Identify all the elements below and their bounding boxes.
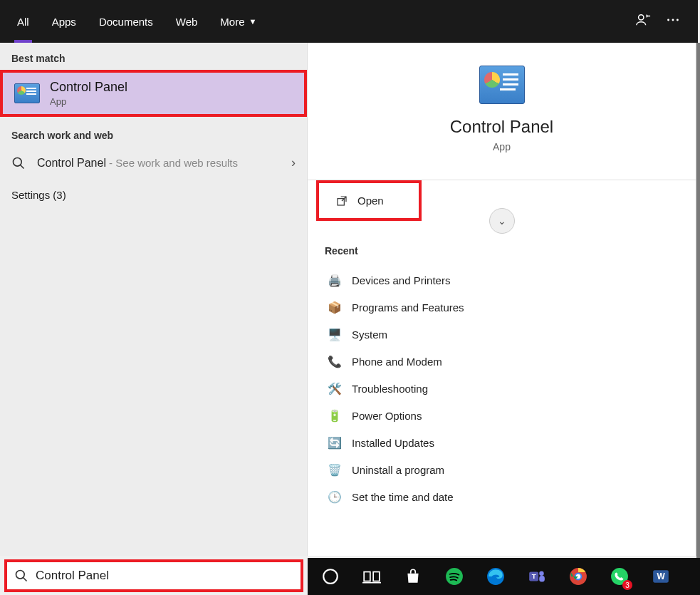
expand-actions-button[interactable]: ⌄: [489, 208, 515, 234]
tab-more-label: More: [220, 16, 244, 28]
recent-section: Recent 🖨️Devices and Printers 📦Programs …: [308, 221, 696, 510]
svg-point-0: [639, 14, 644, 19]
chevron-down-icon: ▼: [249, 17, 257, 26]
task-view-icon[interactable]: [355, 562, 389, 591]
preview-title: Control Panel: [308, 117, 696, 137]
tab-apps[interactable]: Apps: [41, 0, 88, 43]
open-icon: [336, 195, 348, 207]
recent-item-set-time-date[interactable]: 🕒Set the time and date: [325, 483, 679, 510]
preview-pane: Control Panel App Open ⌄ Recent 🖨️Device…: [307, 43, 696, 556]
svg-point-7: [16, 571, 25, 579]
search-icon: [14, 569, 28, 583]
svg-line-5: [21, 165, 24, 168]
recent-item-label: Troubleshooting: [352, 383, 428, 395]
recent-item-label: Set the time and date: [352, 491, 454, 503]
svg-text:W: W: [657, 571, 665, 581]
clock-icon: 🕒: [328, 490, 342, 504]
open-label: Open: [357, 195, 384, 207]
edge-icon[interactable]: [479, 562, 513, 591]
recent-item-label: Power Options: [352, 410, 422, 422]
spotify-icon[interactable]: [437, 562, 471, 591]
battery-icon: 🔋: [328, 408, 342, 423]
best-match-label: Best match: [0, 43, 307, 70]
printer-icon: 🖨️: [328, 273, 342, 287]
recent-item-devices-printers[interactable]: 🖨️Devices and Printers: [325, 267, 679, 294]
recent-item-label: Phone and Modem: [352, 356, 442, 368]
svg-point-1: [667, 19, 669, 21]
recent-item-label: Devices and Printers: [352, 274, 450, 286]
best-match-result[interactable]: Control Panel App: [0, 70, 307, 117]
word-icon[interactable]: W: [644, 562, 678, 591]
search-tabs-bar: All Apps Documents Web More ▼: [0, 0, 698, 43]
recent-item-installed-updates[interactable]: 🔄Installed Updates: [325, 429, 679, 456]
store-icon[interactable]: [396, 562, 430, 591]
tab-all[interactable]: All: [6, 0, 41, 43]
web-result-row[interactable]: Control Panel - See work and web results…: [0, 147, 307, 179]
tab-web[interactable]: Web: [164, 0, 209, 43]
svg-rect-10: [364, 572, 370, 581]
recent-item-programs-features[interactable]: 📦Programs and Features: [325, 294, 679, 321]
best-match-text: Control Panel App: [50, 80, 127, 107]
work-web-label: Search work and web: [0, 120, 307, 147]
recent-item-label: Uninstall a program: [352, 464, 444, 476]
svg-text:T: T: [532, 572, 536, 580]
control-panel-icon: [479, 66, 525, 104]
teams-icon[interactable]: T: [520, 562, 554, 591]
search-box[interactable]: [4, 559, 303, 592]
best-match-title: Control Panel: [50, 80, 127, 95]
best-match-subtitle: App: [50, 96, 127, 107]
open-button[interactable]: Open: [316, 180, 422, 221]
phone-icon: 📞: [328, 354, 342, 368]
search-input[interactable]: [36, 569, 293, 583]
web-suffix: - See work and web results: [106, 157, 238, 169]
actions-row: Open ⌄: [308, 180, 696, 221]
feedback-icon[interactable]: [635, 12, 651, 31]
recent-item-label: Installed Updates: [352, 437, 434, 449]
whatsapp-icon[interactable]: 3: [602, 562, 637, 591]
recent-item-label: System: [352, 328, 387, 341]
svg-point-17: [539, 571, 544, 576]
svg-rect-11: [373, 572, 380, 581]
scrollbar[interactable]: [696, 43, 700, 558]
monitor-icon: 🖥️: [328, 327, 342, 341]
recent-item-phone-modem[interactable]: 📞Phone and Modem: [325, 348, 679, 375]
svg-point-4: [14, 157, 22, 166]
search-icon: [11, 156, 26, 170]
web-term: Control Panel: [37, 157, 106, 169]
chrome-icon[interactable]: [561, 562, 595, 591]
tab-more[interactable]: More ▼: [209, 0, 268, 43]
recent-item-uninstall-program[interactable]: 🗑️Uninstall a program: [325, 456, 679, 483]
recent-label: Recent: [325, 245, 679, 257]
svg-point-3: [677, 19, 679, 21]
svg-point-2: [672, 19, 674, 21]
web-result-text: Control Panel - See work and web results: [37, 157, 280, 170]
wrench-icon: 🛠️: [328, 381, 342, 395]
chevron-right-icon: ›: [291, 155, 296, 170]
recent-item-label: Programs and Features: [352, 301, 464, 314]
settings-results[interactable]: Settings (3): [0, 179, 307, 211]
box-icon: 📦: [328, 300, 342, 314]
svg-rect-18: [539, 576, 545, 582]
notification-badge: 3: [622, 580, 632, 590]
recent-item-system[interactable]: 🖥️System: [325, 321, 679, 348]
control-panel-icon: [14, 83, 40, 103]
recent-item-troubleshooting[interactable]: 🛠️Troubleshooting: [325, 375, 679, 402]
results-pane: Best match Control Panel App Search work…: [0, 43, 307, 556]
svg-point-9: [323, 569, 338, 584]
recent-item-power-options[interactable]: 🔋Power Options: [325, 402, 679, 429]
chevron-down-icon: ⌄: [498, 215, 506, 227]
search-main: Best match Control Panel App Search work…: [0, 43, 696, 556]
cortana-icon[interactable]: [313, 562, 348, 591]
svg-line-8: [23, 578, 27, 581]
taskbar: T 3 W: [308, 558, 700, 595]
preview-subtitle: App: [308, 141, 696, 152]
preview-header: Control Panel App: [308, 43, 696, 164]
tab-documents[interactable]: Documents: [88, 0, 164, 43]
trash-icon: 🗑️: [328, 462, 342, 477]
update-icon: 🔄: [328, 435, 342, 450]
more-options-icon[interactable]: [665, 12, 681, 31]
